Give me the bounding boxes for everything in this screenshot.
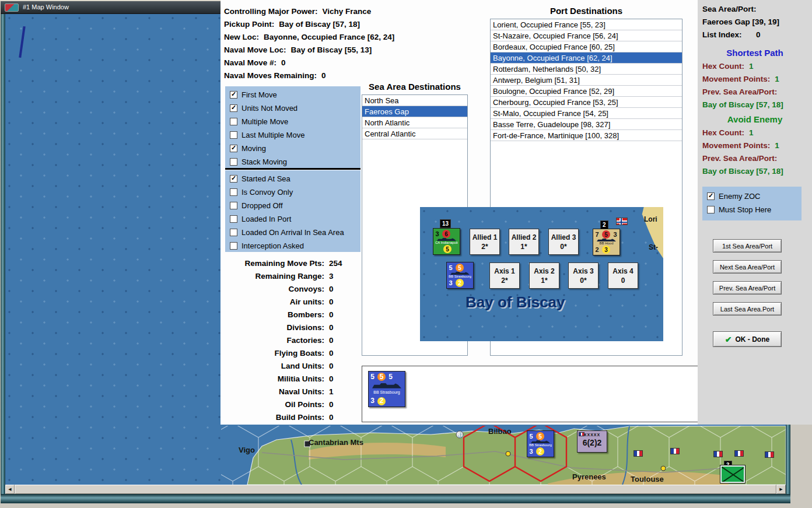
checkbox-first-move[interactable]: ✓ First Move bbox=[230, 90, 277, 99]
unit-counter-ca-indianapolis[interactable]: 3 6 CA Indianapolis 5 bbox=[433, 228, 460, 255]
prev-value: Bay of Biscay [57, 18] bbox=[702, 100, 783, 109]
port-list-item[interactable]: Cherbourg, Occupied France [53, 25] bbox=[491, 97, 682, 108]
app-icon bbox=[5, 3, 19, 12]
sea-area-list-item[interactable]: Central Atlantic bbox=[362, 128, 467, 139]
unit-counter-infantry[interactable] bbox=[720, 465, 745, 483]
france-flag-icon bbox=[734, 450, 744, 457]
group-name: Axis 2 bbox=[534, 267, 554, 275]
stat-label: Oil Points: bbox=[224, 400, 324, 409]
checkbox-must-stop-here[interactable]: Must Stop Here bbox=[707, 205, 771, 214]
checkbox-is-convoy-only[interactable]: Is Convoy Only bbox=[230, 187, 293, 197]
terrain-map: ⚓ Vigo Cantabrian Mts Bilbao Pyrenees To… bbox=[221, 426, 786, 485]
port-list-item[interactable]: Lorient, Occupied France [55, 23] bbox=[491, 19, 682, 30]
counter-bottom-row: 2 3 bbox=[595, 246, 618, 254]
checkbox-units-not-moved[interactable]: ✓ Units Not Moved bbox=[230, 103, 298, 113]
group-box-axis-3[interactable]: Axis 3 0* bbox=[568, 262, 598, 289]
port-list-item[interactable]: Fort-de-France, Martinique [100, 328] bbox=[491, 130, 682, 141]
ok-done-button[interactable]: ✔ OK - Done bbox=[713, 331, 782, 347]
ship-silhouette bbox=[372, 383, 401, 388]
next-sea-area-button[interactable]: Next Sea Area/Port bbox=[713, 260, 782, 274]
port-list-item[interactable]: Antwerp, Belgium [51, 31] bbox=[491, 75, 682, 86]
port-list-item-selected[interactable]: Bayonne, Occupied France [62, 24] bbox=[491, 52, 682, 64]
stat-row: Militia Units:0 bbox=[224, 374, 382, 385]
prev-sea-area-button[interactable]: Prev. Sea Area/Port bbox=[713, 281, 782, 295]
checkbox-box bbox=[230, 118, 237, 125]
group-box-allied-3[interactable]: Allied 3 0* bbox=[548, 229, 579, 255]
group-box-axis-1[interactable]: Axis 1 2* bbox=[489, 262, 520, 289]
unit-counter-bb-strasbourg[interactable]: 5 5 BB Strasbourg 3 2 bbox=[527, 430, 554, 457]
stat-label: Flying Boats: bbox=[224, 349, 324, 358]
stat-row: Naval Units:1 bbox=[224, 387, 382, 398]
port-list-item[interactable]: Bordeaux, Occupied France [60, 25] bbox=[491, 41, 682, 52]
defense-value: 5 bbox=[536, 432, 544, 440]
checkbox-interception-asked[interactable]: Interception Asked bbox=[230, 241, 304, 250]
first-sea-area-button[interactable]: 1st Sea Area/Port bbox=[713, 239, 782, 253]
horizontal-scrollbar[interactable]: ◀ ▶ bbox=[5, 485, 786, 494]
scrollbar-thumb[interactable] bbox=[15, 485, 776, 494]
stat-value: 0 bbox=[329, 285, 334, 293]
checkbox-loaded-on-arrival[interactable]: Loaded On Arrival In Sea Area bbox=[230, 227, 344, 237]
prev-label: Prev. Sea Area/Port: bbox=[702, 154, 777, 163]
checkbox-last-multiple-move[interactable]: Last Multiple Move bbox=[230, 130, 304, 139]
movement-points-label: Movement Points: bbox=[702, 141, 770, 150]
port-list-item[interactable]: Basse Terre, Guadeloupe [98, 327] bbox=[491, 119, 682, 130]
last-sea-area-button[interactable]: Last Sea Area.Port bbox=[713, 302, 782, 316]
group-box-allied-1[interactable]: Allied 1 2* bbox=[470, 229, 500, 255]
counter-top-row: 3 6 bbox=[435, 230, 458, 238]
group-name: Axis 1 bbox=[494, 267, 514, 275]
checkbox-multiple-move[interactable]: Multiple Move bbox=[230, 117, 288, 126]
stat-value: 254 bbox=[329, 259, 342, 268]
move-value: 5 bbox=[443, 245, 452, 253]
port-list-item[interactable]: St-Nazaire, Occupied France [56, 24] bbox=[491, 30, 682, 41]
stat-value: 3 bbox=[329, 272, 334, 281]
port-dot bbox=[506, 451, 510, 456]
port-list-item[interactable]: Boulogne, Occupied France [52, 29] bbox=[491, 86, 682, 97]
stat-label: Land Units: bbox=[224, 362, 324, 370]
stat-label: Build Points: bbox=[224, 413, 324, 422]
unit-name: BB Hood bbox=[595, 241, 618, 246]
checkbox-box bbox=[230, 188, 237, 196]
port-list-item[interactable]: St-Malo, Occupied France [54, 25] bbox=[491, 108, 682, 119]
group-name: Axis 4 bbox=[612, 267, 633, 275]
sea-area-list-item-selected[interactable]: Faeroes Gap bbox=[362, 106, 467, 117]
stat-value: 0 bbox=[329, 349, 334, 358]
unit-name: BB Strasbourg bbox=[370, 390, 403, 395]
checkbox-dropped-off[interactable]: Dropped Off bbox=[230, 201, 283, 210]
sea-area-list-item[interactable]: North Sea bbox=[362, 95, 467, 106]
counter-top-row: 7 5 3 bbox=[595, 230, 618, 239]
checkbox-started-at-sea[interactable]: ✓ Started At Sea bbox=[230, 174, 290, 183]
stat-row: Flying Boats:0 bbox=[224, 349, 382, 359]
checkbox-label: Started At Sea bbox=[242, 174, 290, 183]
checkbox-stack-moving[interactable]: Stack Moving bbox=[230, 157, 287, 166]
checkbox-box: ✓ bbox=[230, 104, 237, 112]
unit-counter-bb-strasbourg[interactable]: 5 5 5 BB Strasbourg 3 2 bbox=[368, 371, 405, 407]
sea-area-inset-map[interactable]: Lori St- 13 3 6 CA Indianapolis 5 Allied… bbox=[420, 207, 663, 341]
stat-row: Build Points:0 bbox=[224, 413, 382, 423]
group-box-axis-4[interactable]: Axis 4 0 bbox=[608, 262, 638, 289]
checkbox-loaded-in-port[interactable]: Loaded In Port bbox=[230, 214, 291, 223]
unit-counter-bb-hood[interactable]: 7 5 3 BB Hood 2 3 bbox=[593, 229, 620, 255]
unit-counter-vichy-corps[interactable]: XXXXX 6(2)2 bbox=[577, 430, 607, 453]
sea-area-list-item[interactable]: North Atlantic bbox=[362, 117, 467, 128]
group-value: 2* bbox=[501, 276, 508, 285]
checkmark-icon: ✓ bbox=[231, 174, 236, 182]
sea-area-title: Bay of Biscay bbox=[466, 293, 565, 311]
scroll-right-button[interactable]: ▶ bbox=[776, 485, 786, 494]
map-land-strip[interactable]: ⚓ Vigo Cantabrian Mts Bilbao Pyrenees To… bbox=[221, 426, 786, 485]
info-row: Naval Move Loc: Bay of Biscay [55, 13] bbox=[224, 45, 372, 56]
unit-name: CA Indianapolis bbox=[435, 241, 458, 245]
scroll-left-button[interactable]: ◀ bbox=[5, 485, 15, 494]
port-list-item[interactable]: Rotterdam, Netherlands [50, 32] bbox=[491, 64, 682, 75]
unit-counter-bb-strasbourg[interactable]: 5 5 BB Strasbourg 3 2 bbox=[446, 262, 474, 289]
group-box-allied-2[interactable]: Allied 2 1* bbox=[509, 229, 539, 255]
checkbox-label: Interception Asked bbox=[242, 241, 304, 250]
attack-value: 5 bbox=[529, 433, 533, 440]
group-value: 1* bbox=[541, 276, 547, 285]
attack-value: 3 bbox=[435, 230, 439, 238]
checkbox-moving[interactable]: ✓ Moving bbox=[230, 143, 266, 153]
group-box-axis-2[interactable]: Axis 2 1* bbox=[529, 262, 559, 289]
range-value: 3 bbox=[529, 448, 533, 456]
hex-count-value: 1 bbox=[749, 62, 754, 71]
movement-points-label: Movement Points: bbox=[702, 75, 770, 83]
checkbox-enemy-zoc[interactable]: ✓ Enemy ZOC bbox=[707, 191, 761, 201]
